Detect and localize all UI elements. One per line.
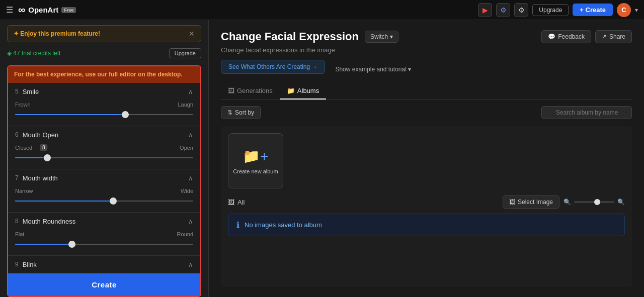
feedback-label: Feedback: [558, 33, 585, 40]
upgrade-button[interactable]: Upgrade: [532, 4, 569, 16]
credits-text: ◈ 47 trial credits left: [7, 50, 60, 57]
slider-thumb-7[interactable]: [110, 197, 117, 205]
chevron-down-icon[interactable]: ▾: [635, 7, 638, 14]
sort-by-label: Sort by: [235, 109, 254, 116]
collapse-icon-6[interactable]: ∧: [188, 131, 193, 139]
share-button[interactable]: ↗ Share: [595, 30, 632, 43]
slider-right-label-7: Wide: [181, 188, 193, 194]
slider-header-7[interactable]: 7 Mouth width ∧: [8, 169, 200, 186]
upgrade-small-button[interactable]: Upgrade: [169, 48, 201, 58]
slider-line-5: [15, 114, 193, 115]
select-image-label: Select Image: [518, 199, 553, 206]
slider-left-label-7: Narrow: [15, 188, 33, 194]
slider-right-label-5: Laugh: [178, 102, 193, 108]
slider-header-left-5: 5 Smile: [15, 88, 39, 95]
settings-icon-btn[interactable]: ⚙: [514, 3, 528, 17]
header-left: ☰ ∞ OpenArt Free: [6, 4, 472, 16]
slider-thumb-8[interactable]: [68, 241, 75, 248]
slider-thumb-5[interactable]: [122, 111, 129, 118]
slider-left-label-8: Flat: [15, 231, 24, 237]
slider-section-6: 6 Mouth Open ∧ Closed Open 8: [8, 126, 200, 169]
hamburger-icon[interactable]: ☰: [6, 5, 13, 15]
slider-content-7: Narrow Wide: [8, 186, 200, 212]
zoom-slider[interactable]: [574, 202, 614, 203]
collapse-icon-9[interactable]: ∧: [188, 261, 193, 268]
tab-generations[interactable]: 🖼 Generations: [221, 83, 280, 100]
premium-banner: ✦ Enjoy this premium feature! ✕: [7, 25, 201, 42]
slider-track-6[interactable]: 8: [15, 153, 193, 163]
sliders-area[interactable]: 5 Smile ∧ Frown Laugh: [8, 83, 200, 273]
section-label-8: Mouth Roundness: [23, 218, 76, 225]
sort-by-button[interactable]: ⇅ Sort by: [221, 106, 261, 119]
slider-header-9[interactable]: 9 Blink ∧: [8, 256, 200, 272]
slider-content-6: Closed Open 8: [8, 143, 200, 169]
sidebar: ✦ Enjoy this premium feature! ✕ ◈ 47 tri…: [0, 20, 209, 297]
slider-header-left-7: 7 Mouth width: [15, 174, 58, 182]
right-content: Change Facial Expression Switch ▾ 💬 Feed…: [209, 20, 644, 297]
main-layout: ✦ Enjoy this premium feature! ✕ ◈ 47 tri…: [0, 20, 644, 297]
others-creating-button[interactable]: See What Others Are Creating →: [221, 60, 325, 74]
all-text: All: [237, 199, 245, 206]
slider-thumb-6[interactable]: 8: [44, 154, 51, 161]
create-bottom-button[interactable]: Create: [8, 273, 200, 296]
slider-filled-5: [15, 114, 125, 115]
section-num-7: 7: [15, 174, 19, 181]
slider-left-label-6: Closed: [15, 145, 32, 151]
create-album-icon: 📁+: [243, 148, 268, 164]
slider-content-5: Frown Laugh: [8, 100, 200, 126]
logo: ∞ OpenArt Free: [18, 4, 76, 16]
slider-right-label-8: Round: [177, 231, 193, 237]
section-label-6: Mouth Open: [23, 131, 59, 139]
premium-banner-text: ✦ Enjoy this premium feature!: [14, 30, 100, 37]
search-album-input[interactable]: [541, 106, 632, 119]
all-right: 🖼 Select Image 🔍 🔍: [503, 195, 625, 209]
slider-header-8[interactable]: 8 Mouth Roundness ∧: [8, 213, 200, 229]
create-header-button[interactable]: + Create: [573, 4, 613, 16]
youtube-icon-btn[interactable]: ▶: [478, 3, 492, 17]
desktop-warning: For the best experience, use our full ed…: [8, 66, 200, 83]
slider-track-7[interactable]: [15, 196, 193, 206]
feedback-icon: 💬: [548, 33, 555, 40]
section-label-7: Mouth width: [23, 174, 58, 182]
select-image-button[interactable]: 🖼 Select Image: [503, 195, 559, 209]
slider-filled-8: [15, 244, 72, 245]
create-album-card[interactable]: 📁+ Create new album: [228, 133, 283, 188]
albums-content: 📁+ Create new album 🖼 All 🖼 Select Image…: [221, 126, 632, 287]
slider-filled-7: [15, 201, 113, 202]
collapse-icon-8[interactable]: ∧: [188, 218, 193, 225]
switch-button[interactable]: Switch ▾: [365, 31, 398, 43]
header-right: ▶ ⚙ ⚙ Upgrade + Create C ▾: [478, 3, 638, 17]
show-example-button[interactable]: Show example and tutorial ▾: [330, 63, 416, 76]
slider-left-label-5: Frown: [15, 102, 31, 108]
slider-header-5[interactable]: 5 Smile ∧: [8, 83, 200, 100]
collapse-icon-5[interactable]: ∧: [188, 88, 193, 95]
zoom-in-icon[interactable]: 🔍: [617, 199, 625, 206]
info-icon: ℹ: [236, 220, 239, 230]
section-num-9: 9: [15, 261, 19, 268]
tab-albums-label: Albums: [297, 87, 319, 94]
feedback-button[interactable]: 💬 Feedback: [541, 30, 591, 43]
slider-line-8: [15, 244, 193, 245]
slider-track-5[interactable]: [15, 110, 193, 120]
slider-header-6[interactable]: 6 Mouth Open ∧: [8, 126, 200, 143]
zoom-out-icon[interactable]: 🔍: [564, 199, 571, 206]
discord-icon-btn[interactable]: ⚙: [496, 3, 510, 17]
slider-section-8: 8 Mouth Roundness ∧ Flat Round: [8, 213, 200, 256]
logo-text: OpenArt: [28, 6, 58, 14]
all-row: 🖼 All 🖼 Select Image 🔍 🔍: [228, 195, 625, 209]
avatar[interactable]: C: [617, 3, 631, 17]
albums-toolbar: ⇅ Sort by 🔍: [221, 106, 632, 119]
slider-section-5: 5 Smile ∧ Frown Laugh: [8, 83, 200, 126]
collapse-icon-7[interactable]: ∧: [188, 174, 193, 182]
share-label: Share: [609, 33, 625, 40]
sort-icon: ⇅: [227, 109, 232, 116]
section-num-8: 8: [15, 218, 19, 225]
slider-labels-7: Narrow Wide: [15, 188, 193, 194]
premium-banner-close-icon[interactable]: ✕: [189, 30, 195, 38]
tab-albums[interactable]: 📁 Albums: [280, 83, 326, 100]
zoom-slider-thumb[interactable]: [594, 199, 600, 205]
slider-section-7: 7 Mouth width ∧ Narrow Wide: [8, 169, 200, 213]
select-image-icon: 🖼: [509, 199, 515, 206]
slider-track-8[interactable]: [15, 239, 193, 249]
free-badge: Free: [61, 7, 76, 13]
